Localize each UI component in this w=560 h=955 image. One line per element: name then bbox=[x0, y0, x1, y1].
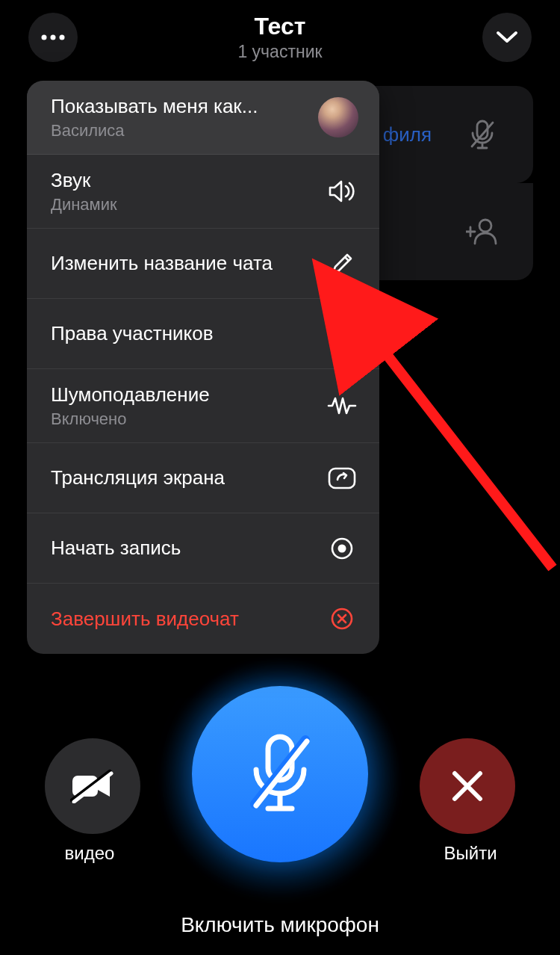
noise-sublabel: Включено bbox=[51, 409, 210, 430]
menu-item-permissions[interactable]: Права участников bbox=[27, 299, 379, 369]
more-button[interactable] bbox=[28, 13, 78, 62]
call-controls: видео Выйти Включить микрофон bbox=[0, 619, 560, 955]
waveform-icon bbox=[326, 396, 358, 415]
svg-point-2 bbox=[60, 35, 65, 40]
collapse-button[interactable] bbox=[482, 13, 532, 62]
call-header: Тест 1 участник bbox=[0, 0, 560, 75]
title-wrap: Тест 1 участник bbox=[78, 13, 482, 62]
menu-item-rename[interactable]: Изменить название чата bbox=[27, 229, 379, 299]
permissions-label: Права участников bbox=[51, 321, 214, 346]
sound-label: Звук bbox=[51, 168, 117, 193]
add-user-icon bbox=[466, 217, 499, 247]
more-icon bbox=[40, 34, 66, 40]
leave-label: Выйти bbox=[403, 843, 538, 864]
menu-item-screen-share[interactable]: Трансляция экрана bbox=[27, 443, 379, 513]
end-label: Завершить видеочат bbox=[51, 607, 239, 631]
close-circle-icon bbox=[326, 607, 358, 631]
leave-button[interactable] bbox=[420, 738, 515, 834]
svg-rect-6 bbox=[329, 469, 355, 488]
noise-label: Шумоподавление bbox=[51, 383, 210, 407]
mic-hint: Включить микрофон bbox=[0, 913, 560, 937]
rename-label: Изменить название чата bbox=[51, 251, 273, 276]
menu-item-noise-suppression[interactable]: Шумоподавление Включено bbox=[27, 369, 379, 443]
menu-item-sound[interactable]: Звук Динамик bbox=[27, 155, 379, 229]
chevron-down-icon bbox=[497, 31, 517, 43]
bg-add-user-cell[interactable] bbox=[432, 183, 533, 280]
bg-unmute-cell[interactable] bbox=[432, 86, 533, 183]
menu-item-display-as[interactable]: Показывать меня как... Василиса bbox=[27, 81, 379, 155]
speaker-icon bbox=[326, 179, 358, 203]
participants-count: 1 участник bbox=[78, 42, 482, 62]
svg-point-5 bbox=[479, 220, 491, 232]
options-menu: Показывать меня как... Василиса Звук Дин… bbox=[27, 81, 379, 654]
display-as-label: Показывать меня как... bbox=[51, 94, 258, 119]
menu-item-end-chat[interactable]: Завершить видеочат bbox=[27, 584, 379, 654]
svg-point-0 bbox=[42, 35, 47, 40]
menu-item-record[interactable]: Начать запись bbox=[27, 513, 379, 584]
chat-title: Тест bbox=[78, 13, 482, 40]
camera-off-icon bbox=[69, 769, 116, 803]
mic-off-icon bbox=[467, 118, 497, 151]
svg-point-8 bbox=[338, 544, 346, 552]
share-icon bbox=[326, 466, 358, 490]
video-button[interactable] bbox=[45, 738, 140, 834]
avatar bbox=[318, 97, 358, 137]
bg-partial-link: филя bbox=[372, 86, 432, 183]
mic-muted-icon bbox=[243, 729, 317, 819]
mic-toggle-button[interactable] bbox=[192, 686, 368, 862]
record-icon bbox=[326, 537, 358, 560]
sound-sublabel: Динамик bbox=[51, 194, 117, 215]
pencil-icon bbox=[326, 252, 358, 276]
video-label: видео bbox=[22, 843, 157, 864]
screencast-label: Трансляция экрана bbox=[51, 466, 225, 490]
svg-line-10 bbox=[370, 333, 553, 568]
hand-icon bbox=[326, 321, 358, 347]
record-label: Начать запись bbox=[51, 536, 181, 560]
svg-point-1 bbox=[51, 35, 56, 40]
display-as-sublabel: Василиса bbox=[51, 120, 258, 141]
close-icon bbox=[449, 767, 486, 805]
